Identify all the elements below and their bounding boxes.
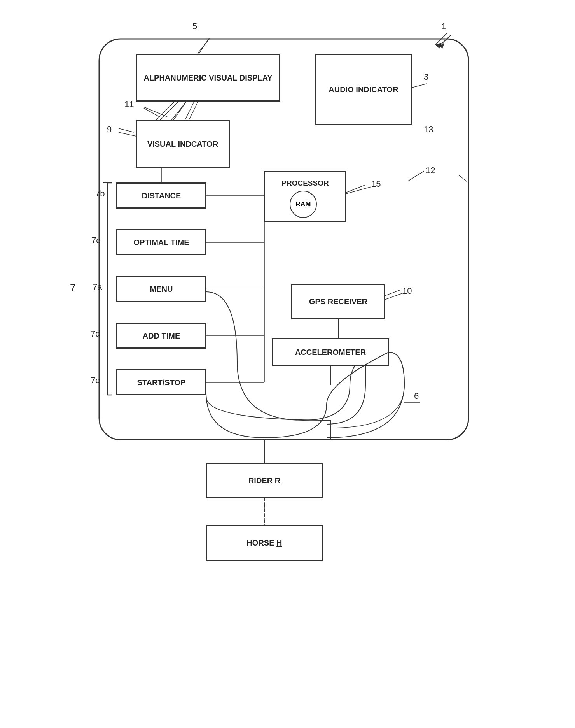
menu-label: MENU — [150, 284, 173, 294]
distance-label: DISTANCE — [142, 191, 181, 200]
svg-line-9 — [185, 101, 194, 121]
ref-7d: 7d — [91, 329, 100, 339]
horse-box: HORSE H — [206, 525, 323, 560]
svg-line-47 — [189, 101, 198, 121]
svg-marker-55 — [439, 43, 444, 49]
svg-marker-32 — [435, 43, 441, 49]
ref-12: 12 — [426, 165, 435, 175]
gps-receiver-box: GPS RECEIVER — [292, 284, 385, 319]
processor-label: PROCESSOR — [265, 179, 345, 188]
svg-line-50 — [459, 175, 468, 183]
add-time-label: ADD TIME — [143, 331, 180, 340]
ram-circle: RAM — [290, 191, 317, 218]
ram-label: RAM — [296, 200, 311, 208]
horse-label: HORSE H — [246, 538, 282, 547]
svg-line-26 — [144, 107, 167, 117]
ref-7e: 7e — [91, 375, 100, 386]
ref-7b: 7b — [95, 189, 105, 199]
add-time-button[interactable]: ADD TIME — [117, 323, 206, 348]
rider-box: RIDER R — [206, 463, 323, 498]
ref-15: 15 — [371, 179, 381, 189]
svg-line-52 — [385, 293, 404, 300]
start-stop-button[interactable]: START/STOP — [117, 370, 206, 395]
alphanumeric-display-box: ALPHANUMERIC VISUAL DISPLAY — [136, 54, 280, 101]
audio-indicator-label: AUDIO INDICATOR — [329, 85, 398, 94]
ref-7c: 7c — [91, 235, 100, 246]
ref-7: 7 — [70, 282, 75, 294]
svg-line-8 — [171, 101, 187, 121]
rider-label: RIDER R — [248, 476, 280, 485]
gps-receiver-label: GPS RECEIVER — [309, 297, 367, 306]
svg-line-54 — [439, 35, 451, 46]
svg-line-48 — [144, 108, 159, 117]
svg-line-49 — [119, 132, 136, 136]
svg-line-51 — [346, 187, 371, 194]
ref-6: 6 — [414, 391, 419, 401]
svg-line-29 — [346, 185, 365, 193]
optimal-time-button[interactable]: OPTIMAL TIME — [117, 230, 206, 255]
ref-13: 13 — [424, 125, 433, 135]
accelerometer-box: ACCELEROMETER — [272, 339, 389, 366]
svg-line-31 — [435, 33, 447, 45]
ref-3: 3 — [424, 72, 428, 82]
start-stop-label: START/STOP — [137, 378, 186, 387]
svg-line-33 — [198, 38, 210, 53]
svg-line-56 — [412, 84, 427, 88]
menu-button[interactable]: MENU — [117, 276, 206, 302]
svg-line-46 — [173, 101, 187, 121]
diagram-container: 1 5 ALPHANUMERIC VISUAL DISPLAY AUDIO IN… — [31, 12, 537, 716]
ref-7a: 7a — [93, 282, 102, 292]
ref-1: 1 — [441, 21, 446, 32]
ref-5: 5 — [192, 21, 197, 32]
ref-10: 10 — [402, 286, 412, 296]
alphanumeric-display-label: ALPHANUMERIC VISUAL DISPLAY — [143, 73, 272, 82]
visual-indicator-label: VISUAL INDCATOR — [147, 139, 218, 149]
svg-line-28 — [408, 171, 424, 181]
svg-line-45 — [156, 101, 175, 121]
visual-indicator-box: VISUAL INDCATOR — [136, 121, 229, 167]
accelerometer-label: ACCELEROMETER — [295, 347, 366, 357]
svg-line-30 — [385, 290, 400, 296]
svg-line-7 — [159, 101, 179, 121]
distance-button[interactable]: DISTANCE — [117, 183, 206, 208]
ref-9: 9 — [107, 125, 112, 135]
svg-line-27 — [119, 128, 134, 132]
audio-indicator-box: AUDIO INDICATOR — [315, 54, 412, 125]
optimal-time-label: OPTIMAL TIME — [134, 238, 189, 247]
svg-line-53 — [198, 38, 209, 54]
ref-11: 11 — [124, 99, 134, 109]
